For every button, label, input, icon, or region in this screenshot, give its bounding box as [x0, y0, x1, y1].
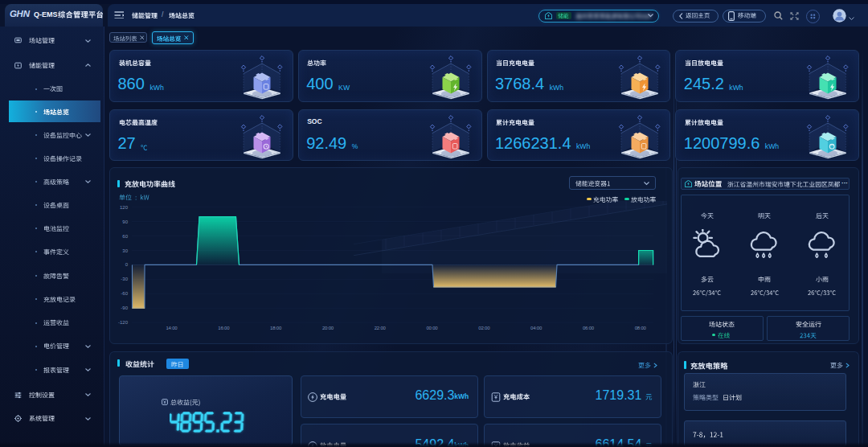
svg-text:90: 90 [122, 219, 128, 224]
svg-text:0: 0 [125, 262, 129, 267]
svg-text:16:00: 16:00 [218, 326, 230, 330]
svg-text:02:00: 02:00 [478, 326, 490, 330]
svg-text:-60: -60 [121, 291, 128, 296]
svg-text:20:00: 20:00 [322, 326, 334, 330]
svg-text:120: 120 [120, 205, 129, 210]
svg-text:06:00: 06:00 [583, 326, 595, 330]
svg-text:00:00: 00:00 [426, 326, 438, 330]
svg-text:22:00: 22:00 [375, 326, 387, 330]
svg-text:-90: -90 [121, 306, 128, 310]
svg-text:18:00: 18:00 [270, 326, 282, 330]
svg-text:-30: -30 [121, 277, 128, 281]
svg-text:04:00: 04:00 [530, 326, 542, 330]
svg-text:-120: -120 [118, 320, 129, 325]
svg-text:30: 30 [122, 248, 128, 253]
svg-text:08:00: 08:00 [635, 326, 647, 330]
svg-text:14:00: 14:00 [166, 326, 178, 330]
svg-text:60: 60 [122, 234, 128, 239]
